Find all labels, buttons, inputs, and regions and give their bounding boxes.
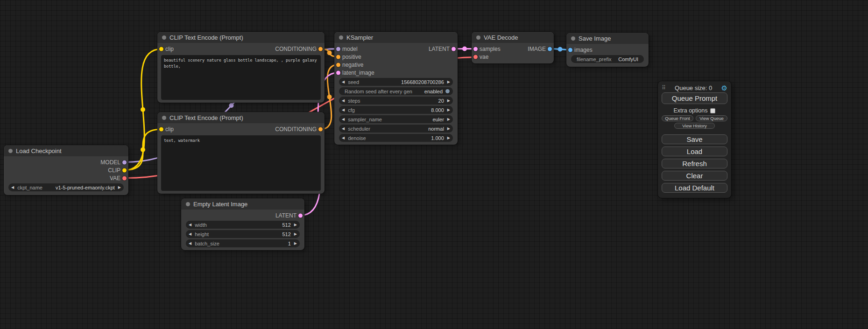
link-dot-model[interactable] bbox=[229, 103, 234, 108]
decrement-arrow-icon[interactable]: ◀ bbox=[342, 127, 345, 131]
positive-prompt-textarea[interactable]: beautiful scenery nature glass bottle la… bbox=[161, 55, 321, 100]
scheduler-widget[interactable]: ◀ scheduler normal ▶ bbox=[339, 125, 453, 133]
cfg-widget[interactable]: ◀ cfg 8.000 ▶ bbox=[339, 106, 453, 114]
increment-arrow-icon[interactable]: ▶ bbox=[118, 186, 121, 189]
increment-arrow-icon[interactable]: ▶ bbox=[447, 80, 450, 84]
positive-input-port[interactable] bbox=[336, 55, 340, 59]
negative-prompt-textarea[interactable]: text, watermark bbox=[161, 135, 321, 191]
node-title-bar[interactable]: KSampler bbox=[334, 32, 458, 43]
slot-label-clip: CLIP bbox=[108, 167, 120, 174]
steps-widget[interactable]: ◀ steps 20 ▶ bbox=[339, 97, 453, 105]
increment-arrow-icon[interactable]: ▶ bbox=[447, 118, 450, 121]
collapse-dot-icon[interactable] bbox=[162, 116, 166, 120]
model-input-port[interactable] bbox=[336, 47, 340, 51]
conditioning-output-port[interactable] bbox=[318, 47, 323, 51]
node-title-bar[interactable]: CLIP Text Encode (Prompt) bbox=[157, 112, 325, 123]
node-clip-text-encode-negative[interactable]: CLIP Text Encode (Prompt) clip CONDITION… bbox=[157, 112, 325, 194]
node-load-checkpoint[interactable]: Load Checkpoint MODEL CLIP VAE ◀ ckpt_na… bbox=[4, 145, 128, 195]
widget-label: sampler_name bbox=[348, 117, 382, 122]
seed-widget[interactable]: ◀ seed 156680208700286 ▶ bbox=[339, 78, 453, 86]
save-button[interactable]: Save bbox=[662, 134, 727, 144]
view-history-button[interactable]: View History bbox=[674, 123, 715, 129]
collapse-dot-icon[interactable] bbox=[162, 35, 166, 40]
decrement-arrow-icon[interactable]: ◀ bbox=[11, 186, 14, 189]
slot-label-conditioning: CONDITIONING bbox=[275, 46, 317, 52]
model-output-port[interactable] bbox=[122, 160, 127, 164]
clip-output-port[interactable] bbox=[122, 168, 127, 172]
random-seed-toggle-widget[interactable]: Random seed after every gen enabled bbox=[339, 87, 453, 95]
decrement-arrow-icon[interactable]: ◀ bbox=[189, 223, 191, 227]
collapse-dot-icon[interactable] bbox=[571, 36, 575, 41]
toggle-indicator-icon bbox=[445, 89, 450, 93]
images-input-port[interactable] bbox=[568, 48, 572, 52]
node-title-bar[interactable]: Load Checkpoint bbox=[4, 145, 128, 156]
input-slot-positive: positive bbox=[334, 53, 458, 61]
decrement-arrow-icon[interactable]: ◀ bbox=[342, 108, 345, 112]
widget-label: filename_prefix bbox=[577, 56, 612, 62]
increment-arrow-icon[interactable]: ▶ bbox=[447, 108, 450, 112]
vae-output-port[interactable] bbox=[122, 176, 127, 180]
node-save-image[interactable]: Save Image images filename_prefix ComfyU… bbox=[566, 33, 649, 67]
batch-size-widget[interactable]: ◀ batch_size 1 ▶ bbox=[186, 239, 300, 247]
view-queue-button[interactable]: View Queue bbox=[696, 115, 727, 121]
refresh-button[interactable]: Refresh bbox=[662, 159, 727, 168]
node-graph-canvas[interactable]: Load Checkpoint MODEL CLIP VAE ◀ ckpt_na… bbox=[0, 0, 868, 329]
collapse-dot-icon[interactable] bbox=[186, 202, 190, 206]
latent-output-port[interactable] bbox=[298, 213, 303, 217]
node-title-bar[interactable]: Empty Latent Image bbox=[181, 198, 304, 210]
settings-gear-icon[interactable]: ⚙ bbox=[721, 84, 727, 91]
clip-input-port[interactable] bbox=[159, 47, 163, 51]
slot-row-clip-conditioning: clip CONDITIONING bbox=[157, 125, 325, 133]
node-title-bar[interactable]: CLIP Text Encode (Prompt) bbox=[157, 32, 325, 43]
increment-arrow-icon[interactable]: ▶ bbox=[447, 99, 450, 103]
queue-size-label: Queue size: 0 bbox=[666, 84, 721, 91]
drag-handle-icon[interactable]: ⠿ bbox=[662, 85, 666, 91]
link-dot-samples[interactable] bbox=[462, 47, 467, 51]
ckpt-name-widget[interactable]: ◀ ckpt_name v1-5-pruned-emaonly.ckpt ▶ bbox=[8, 183, 124, 191]
node-title-bar[interactable]: Save Image bbox=[566, 33, 649, 44]
negative-input-port[interactable] bbox=[336, 63, 340, 67]
collapse-dot-icon[interactable] bbox=[8, 149, 13, 153]
increment-arrow-icon[interactable]: ▶ bbox=[294, 223, 297, 227]
collapse-dot-icon[interactable] bbox=[339, 35, 343, 40]
filename-prefix-widget[interactable]: filename_prefix ComfyUI bbox=[571, 55, 644, 63]
clear-button[interactable]: Clear bbox=[662, 171, 727, 181]
clip-input-port[interactable] bbox=[159, 127, 163, 132]
queue-prompt-button[interactable]: Queue Prompt bbox=[662, 92, 727, 104]
queue-front-button[interactable]: Queue Front bbox=[662, 115, 693, 121]
link-dot-positive[interactable] bbox=[327, 50, 332, 55]
latent-image-input-port[interactable] bbox=[336, 70, 340, 75]
link-dot-negative[interactable] bbox=[327, 95, 332, 99]
increment-arrow-icon[interactable]: ▶ bbox=[294, 232, 297, 236]
height-widget[interactable]: ◀ height 512 ▶ bbox=[186, 230, 300, 238]
node-title-bar[interactable]: VAE Decode bbox=[472, 32, 554, 43]
node-empty-latent-image[interactable]: Empty Latent Image LATENT ◀ width 512 ▶ … bbox=[181, 198, 304, 250]
link-dot-clip-positive[interactable] bbox=[141, 107, 145, 112]
load-button[interactable]: Load bbox=[662, 147, 727, 156]
width-widget[interactable]: ◀ width 512 ▶ bbox=[186, 221, 300, 229]
decrement-arrow-icon[interactable]: ◀ bbox=[189, 242, 191, 245]
collapse-dot-icon[interactable] bbox=[476, 35, 480, 40]
conditioning-output-port[interactable] bbox=[318, 127, 323, 132]
link-dot-clip-negative[interactable] bbox=[141, 147, 145, 152]
widget-value: ComfyUI bbox=[618, 56, 638, 62]
node-clip-text-encode-positive[interactable]: CLIP Text Encode (Prompt) clip CONDITION… bbox=[157, 32, 325, 103]
decrement-arrow-icon[interactable]: ◀ bbox=[342, 136, 345, 140]
node-vae-decode[interactable]: VAE Decode IMAGE samples vae bbox=[472, 32, 554, 63]
decrement-arrow-icon[interactable]: ◀ bbox=[342, 118, 345, 121]
decrement-arrow-icon[interactable]: ◀ bbox=[189, 232, 191, 236]
load-default-button[interactable]: Load Default bbox=[662, 183, 727, 193]
sampler-name-widget[interactable]: ◀ sampler_name euler ▶ bbox=[339, 115, 453, 123]
decrement-arrow-icon[interactable]: ◀ bbox=[342, 99, 345, 103]
increment-arrow-icon[interactable]: ▶ bbox=[294, 242, 297, 245]
decrement-arrow-icon[interactable]: ◀ bbox=[342, 80, 345, 84]
extra-options-checkbox[interactable] bbox=[710, 108, 715, 113]
samples-input-port[interactable] bbox=[473, 47, 478, 51]
node-ksampler[interactable]: KSampler LATENT model positive negative … bbox=[334, 32, 458, 145]
node-title: CLIP Text Encode (Prompt) bbox=[169, 114, 243, 121]
denoise-widget[interactable]: ◀ denoise 1.000 ▶ bbox=[339, 134, 453, 142]
vae-input-port[interactable] bbox=[473, 55, 478, 59]
increment-arrow-icon[interactable]: ▶ bbox=[447, 127, 450, 131]
increment-arrow-icon[interactable]: ▶ bbox=[447, 136, 450, 140]
link-dot-images[interactable] bbox=[558, 47, 563, 52]
